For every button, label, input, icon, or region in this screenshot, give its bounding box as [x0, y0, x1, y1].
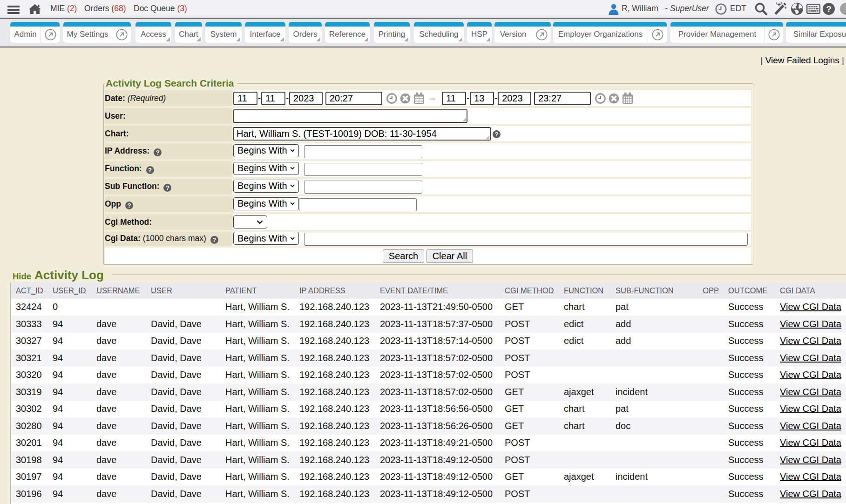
svg-text:?: ? [826, 4, 832, 14]
